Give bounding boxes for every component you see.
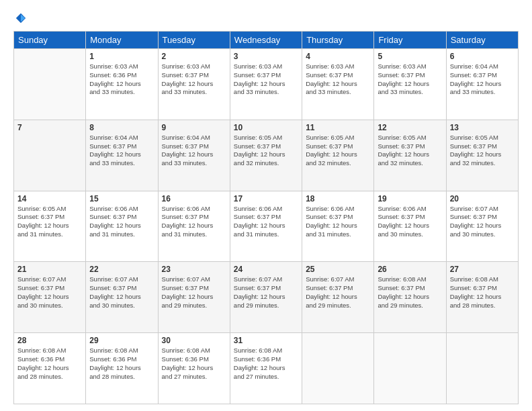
day-info: Sunrise: 6:03 AM Sunset: 6:37 PM Dayligh… (306, 62, 370, 97)
calendar-cell: 30Sunrise: 6:08 AM Sunset: 6:36 PM Dayli… (158, 333, 230, 404)
calendar-cell: 19Sunrise: 6:06 AM Sunset: 6:37 PM Dayli… (374, 191, 446, 262)
day-number: 16 (162, 194, 226, 203)
week-row-5: 28Sunrise: 6:08 AM Sunset: 6:36 PM Dayli… (14, 333, 519, 404)
day-info: Sunrise: 6:08 AM Sunset: 6:36 PM Dayligh… (17, 347, 82, 381)
calendar-cell: 20Sunrise: 6:07 AM Sunset: 6:37 PM Dayli… (446, 191, 518, 262)
calendar-cell: 26Sunrise: 6:08 AM Sunset: 6:37 PM Dayli… (374, 262, 446, 333)
week-row-1: 1Sunrise: 6:03 AM Sunset: 6:36 PM Daylig… (14, 49, 519, 120)
day-number: 5 (378, 52, 442, 61)
day-number: 15 (89, 194, 154, 203)
day-info: Sunrise: 6:06 AM Sunset: 6:37 PM Dayligh… (378, 205, 442, 239)
calendar-cell: 9Sunrise: 6:04 AM Sunset: 6:37 PM Daylig… (158, 120, 230, 191)
calendar-cell: 18Sunrise: 6:06 AM Sunset: 6:37 PM Dayli… (302, 191, 374, 262)
calendar-cell: 12Sunrise: 6:05 AM Sunset: 6:37 PM Dayli… (374, 120, 446, 191)
calendar-cell: 3Sunrise: 6:03 AM Sunset: 6:37 PM Daylig… (230, 49, 302, 120)
day-number: 11 (306, 123, 370, 132)
day-number: 28 (17, 336, 82, 345)
logo-icon (15, 12, 27, 24)
day-number: 20 (450, 194, 515, 203)
calendar-cell: 17Sunrise: 6:06 AM Sunset: 6:37 PM Dayli… (230, 191, 302, 262)
day-info: Sunrise: 6:05 AM Sunset: 6:37 PM Dayligh… (378, 134, 442, 168)
calendar-cell: 14Sunrise: 6:05 AM Sunset: 6:37 PM Dayli… (14, 191, 86, 262)
calendar-cell: 13Sunrise: 6:05 AM Sunset: 6:37 PM Dayli… (446, 120, 518, 191)
day-number: 19 (378, 194, 442, 203)
column-header-friday: Friday (374, 32, 446, 49)
day-info: Sunrise: 6:06 AM Sunset: 6:37 PM Dayligh… (306, 205, 370, 239)
calendar-cell: 4Sunrise: 6:03 AM Sunset: 6:37 PM Daylig… (302, 49, 374, 120)
day-number: 24 (234, 265, 298, 274)
day-number: 13 (450, 123, 515, 132)
calendar-cell: 28Sunrise: 6:08 AM Sunset: 6:36 PM Dayli… (14, 333, 86, 404)
day-number: 27 (450, 265, 515, 274)
column-header-tuesday: Tuesday (158, 32, 230, 49)
day-info: Sunrise: 6:08 AM Sunset: 6:37 PM Dayligh… (450, 275, 515, 310)
header-row: SundayMondayTuesdayWednesdayThursdayFrid… (14, 32, 519, 49)
column-header-monday: Monday (86, 32, 158, 49)
calendar-cell: 11Sunrise: 6:05 AM Sunset: 6:37 PM Dayli… (302, 120, 374, 191)
day-info: Sunrise: 6:06 AM Sunset: 6:37 PM Dayligh… (234, 205, 298, 239)
day-number: 3 (234, 52, 298, 61)
column-header-thursday: Thursday (302, 32, 374, 49)
calendar-cell: 24Sunrise: 6:07 AM Sunset: 6:37 PM Dayli… (230, 262, 302, 333)
calendar-cell: 16Sunrise: 6:06 AM Sunset: 6:37 PM Dayli… (158, 191, 230, 262)
day-number: 1 (89, 52, 154, 61)
column-header-saturday: Saturday (446, 32, 518, 49)
calendar-cell: 31Sunrise: 6:08 AM Sunset: 6:36 PM Dayli… (230, 333, 302, 404)
day-number: 9 (162, 123, 226, 132)
calendar-cell (446, 333, 518, 404)
day-number: 7 (17, 123, 82, 132)
day-number: 18 (306, 194, 370, 203)
day-info: Sunrise: 6:05 AM Sunset: 6:37 PM Dayligh… (306, 134, 370, 168)
day-number: 14 (17, 194, 82, 203)
calendar-cell: 21Sunrise: 6:07 AM Sunset: 6:37 PM Dayli… (14, 262, 86, 333)
calendar-cell (302, 333, 374, 404)
calendar-cell: 23Sunrise: 6:07 AM Sunset: 6:37 PM Dayli… (158, 262, 230, 333)
day-number: 30 (162, 336, 226, 345)
day-number: 8 (89, 123, 154, 132)
day-number: 12 (378, 123, 442, 132)
day-info: Sunrise: 6:03 AM Sunset: 6:36 PM Dayligh… (89, 62, 154, 97)
calendar-cell: 1Sunrise: 6:03 AM Sunset: 6:36 PM Daylig… (86, 49, 158, 120)
column-header-sunday: Sunday (14, 32, 86, 49)
logo-text (13, 12, 27, 24)
day-info: Sunrise: 6:04 AM Sunset: 6:37 PM Dayligh… (450, 62, 515, 97)
day-info: Sunrise: 6:08 AM Sunset: 6:36 PM Dayligh… (162, 347, 226, 381)
calendar-cell: 8Sunrise: 6:04 AM Sunset: 6:37 PM Daylig… (86, 120, 158, 191)
week-row-2: 78Sunrise: 6:04 AM Sunset: 6:37 PM Dayli… (14, 120, 519, 191)
day-number: 26 (378, 265, 442, 274)
day-info: Sunrise: 6:05 AM Sunset: 6:37 PM Dayligh… (450, 134, 515, 168)
day-number: 17 (234, 194, 298, 203)
day-info: Sunrise: 6:05 AM Sunset: 6:37 PM Dayligh… (234, 134, 298, 168)
calendar-cell: 6Sunrise: 6:04 AM Sunset: 6:37 PM Daylig… (446, 49, 518, 120)
day-info: Sunrise: 6:04 AM Sunset: 6:37 PM Dayligh… (162, 134, 226, 168)
day-info: Sunrise: 6:06 AM Sunset: 6:37 PM Dayligh… (89, 205, 154, 239)
day-number: 21 (17, 265, 82, 274)
day-number: 22 (89, 265, 154, 274)
week-row-3: 14Sunrise: 6:05 AM Sunset: 6:37 PM Dayli… (14, 191, 519, 262)
day-info: Sunrise: 6:08 AM Sunset: 6:36 PM Dayligh… (234, 347, 298, 381)
day-number: 23 (162, 265, 226, 274)
day-number: 31 (234, 336, 298, 345)
calendar-cell: 29Sunrise: 6:08 AM Sunset: 6:36 PM Dayli… (86, 333, 158, 404)
day-info: Sunrise: 6:07 AM Sunset: 6:37 PM Dayligh… (162, 275, 226, 310)
calendar-cell (14, 49, 86, 120)
header (13, 12, 519, 24)
day-number: 6 (450, 52, 515, 61)
day-number: 4 (306, 52, 370, 61)
day-number: 10 (234, 123, 298, 132)
day-info: Sunrise: 6:07 AM Sunset: 6:37 PM Dayligh… (306, 275, 370, 310)
day-info: Sunrise: 6:07 AM Sunset: 6:37 PM Dayligh… (234, 275, 298, 310)
day-info: Sunrise: 6:07 AM Sunset: 6:37 PM Dayligh… (89, 275, 154, 310)
calendar-page: SundayMondayTuesdayWednesdayThursdayFrid… (0, 0, 532, 411)
calendar-cell: 7 (14, 120, 86, 191)
day-info: Sunrise: 6:06 AM Sunset: 6:37 PM Dayligh… (162, 205, 226, 239)
column-header-wednesday: Wednesday (230, 32, 302, 49)
day-info: Sunrise: 6:04 AM Sunset: 6:37 PM Dayligh… (89, 134, 154, 168)
calendar-cell: 22Sunrise: 6:07 AM Sunset: 6:37 PM Dayli… (86, 262, 158, 333)
calendar-cell: 25Sunrise: 6:07 AM Sunset: 6:37 PM Dayli… (302, 262, 374, 333)
day-info: Sunrise: 6:03 AM Sunset: 6:37 PM Dayligh… (378, 62, 442, 97)
calendar-cell: 15Sunrise: 6:06 AM Sunset: 6:37 PM Dayli… (86, 191, 158, 262)
calendar-cell: 5Sunrise: 6:03 AM Sunset: 6:37 PM Daylig… (374, 49, 446, 120)
day-info: Sunrise: 6:03 AM Sunset: 6:37 PM Dayligh… (162, 62, 226, 97)
calendar-table: SundayMondayTuesdayWednesdayThursdayFrid… (13, 31, 519, 404)
